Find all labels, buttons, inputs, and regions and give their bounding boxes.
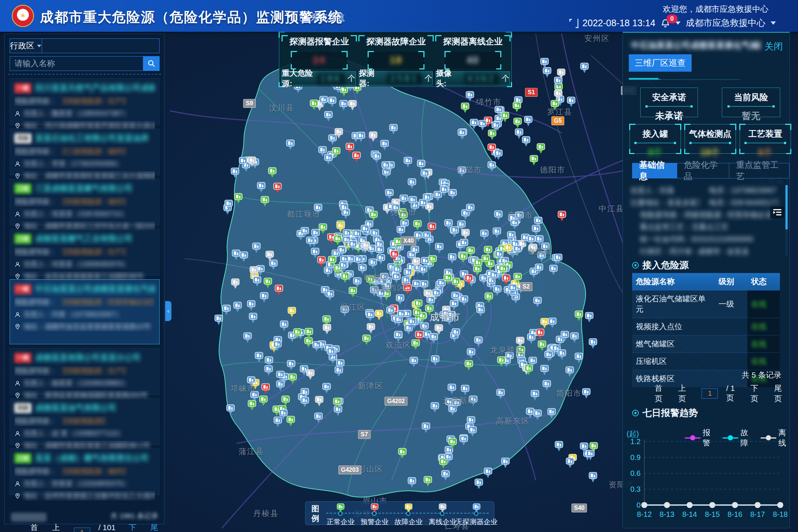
enterprise-map-pin[interactable] <box>413 220 422 232</box>
enterprise-map-pin[interactable] <box>248 156 256 169</box>
enterprise-map-pin[interactable] <box>324 111 333 123</box>
enterprise-map-pin[interactable] <box>231 278 240 291</box>
enterprise-map-pin[interactable] <box>260 196 269 208</box>
enterprise-map-pin[interactable] <box>336 359 345 372</box>
enterprise-map-pin[interactable] <box>269 259 278 272</box>
enterprise-map-pin[interactable] <box>494 106 503 118</box>
enterprise-map-pin[interactable] <box>328 134 337 147</box>
page-prev[interactable]: 上页 <box>678 383 694 404</box>
enterprise-map-pin[interactable] <box>451 328 460 341</box>
company-card[interactable]: 四级 某某石油化工有限公司某某油库 危险源等级：【三级危险源 - 储存】 负责人… <box>10 129 160 175</box>
enterprise-map-pin[interactable] <box>444 219 453 232</box>
enterprise-map-pin[interactable] <box>339 261 348 274</box>
enterprise-map-pin[interactable] <box>547 408 556 420</box>
enterprise-map-pin[interactable] <box>306 236 315 249</box>
enterprise-map-pin[interactable] <box>474 336 483 349</box>
enterprise-map-pin[interactable] <box>231 167 239 180</box>
enterprise-map-pin[interactable] <box>386 306 395 319</box>
system-nav-button[interactable]: 系统导航 <box>300 12 345 23</box>
enterprise-map-pin[interactable] <box>460 239 468 251</box>
enterprise-map-pin[interactable] <box>281 395 290 408</box>
page-number-input[interactable] <box>702 388 718 399</box>
enterprise-map-pin[interactable] <box>557 68 566 81</box>
enterprise-map-pin[interactable] <box>268 167 277 180</box>
enterprise-map-pin[interactable] <box>260 292 269 304</box>
search-button[interactable] <box>143 56 160 71</box>
page-size-select[interactable] <box>11 513 47 522</box>
enterprise-map-pin[interactable] <box>348 100 357 112</box>
enterprise-map-pin[interactable] <box>385 189 394 201</box>
enterprise-map-pin[interactable] <box>372 152 381 165</box>
company-card[interactable]: 一级 中石油某某公司成都某某液化气储配站 危险源等级：【四级危险源 - 经营存储… <box>10 279 160 344</box>
company-card[interactable]: 三级 某某（成都）燃气有限责任公司 危险源等级：【四级危险源 - 储存】 负责人… <box>10 449 160 495</box>
enterprise-map-pin[interactable] <box>319 96 328 108</box>
enterprise-map-pin[interactable] <box>526 407 535 420</box>
enterprise-map-pin[interactable] <box>557 211 566 223</box>
panel-flyout-button[interactable] <box>770 207 784 218</box>
enterprise-map-pin[interactable] <box>419 199 427 211</box>
enterprise-map-pin[interactable] <box>443 274 452 286</box>
enterprise-map-pin[interactable] <box>380 273 389 285</box>
enterprise-map-pin[interactable] <box>490 271 498 284</box>
page-first[interactable]: 首页 <box>655 383 670 404</box>
enterprise-map-pin[interactable] <box>409 357 418 369</box>
enterprise-map-pin[interactable] <box>464 274 473 287</box>
enterprise-map-pin[interactable] <box>513 245 522 258</box>
enterprise-map-pin[interactable] <box>481 255 490 267</box>
enterprise-map-pin[interactable] <box>466 204 475 216</box>
enterprise-map-pin[interactable] <box>451 277 460 290</box>
enterprise-map-pin[interactable] <box>361 241 370 254</box>
enterprise-map-pin[interactable] <box>376 289 385 302</box>
enterprise-map-pin[interactable] <box>399 194 408 207</box>
enterprise-map-pin[interactable] <box>315 396 324 408</box>
enterprise-map-pin[interactable] <box>420 169 429 182</box>
enterprise-map-pin[interactable] <box>273 183 282 195</box>
enterprise-map-pin[interactable] <box>447 383 456 396</box>
enterprise-map-pin[interactable] <box>357 132 365 144</box>
enterprise-map-pin[interactable] <box>566 457 574 470</box>
patrol-3d-button[interactable]: 三维厂区巡查 <box>629 54 692 72</box>
enterprise-map-pin[interactable] <box>448 438 457 450</box>
enterprise-map-pin[interactable] <box>496 389 505 401</box>
enterprise-map-pin[interactable] <box>516 337 525 349</box>
enterprise-map-pin[interactable] <box>248 400 256 412</box>
enterprise-map-pin[interactable] <box>491 121 500 134</box>
tab-inactive[interactable]: 重点监管工艺 <box>729 163 790 178</box>
enterprise-map-pin[interactable] <box>318 146 327 158</box>
district-value-input[interactable] <box>42 38 160 53</box>
enterprise-map-pin[interactable] <box>548 317 557 330</box>
enterprise-map-pin[interactable] <box>478 120 487 132</box>
enterprise-map-pin[interactable] <box>354 255 363 268</box>
enterprise-map-pin[interactable] <box>328 96 337 109</box>
enterprise-map-pin[interactable] <box>585 312 594 324</box>
enterprise-map-pin[interactable] <box>487 161 496 174</box>
enterprise-map-pin[interactable] <box>422 231 431 244</box>
enterprise-map-pin[interactable] <box>508 284 517 296</box>
enterprise-map-pin[interactable] <box>560 331 569 343</box>
enterprise-map-pin[interactable] <box>259 395 268 408</box>
enterprise-map-pin[interactable] <box>234 193 243 205</box>
enterprise-map-pin[interactable] <box>540 365 549 377</box>
enterprise-map-pin[interactable] <box>498 265 507 277</box>
enterprise-map-pin[interactable] <box>255 352 263 364</box>
enterprise-map-pin[interactable] <box>274 284 283 297</box>
enterprise-map-pin[interactable] <box>419 265 427 278</box>
enterprise-map-pin[interactable] <box>513 273 522 285</box>
enterprise-map-pin[interactable] <box>586 450 595 462</box>
enterprise-map-pin[interactable] <box>413 308 422 321</box>
enterprise-map-pin[interactable] <box>565 366 574 379</box>
enterprise-map-pin[interactable] <box>484 292 493 305</box>
enterprise-map-pin[interactable] <box>321 286 330 299</box>
enterprise-map-pin[interactable] <box>492 227 501 240</box>
enterprise-map-pin[interactable] <box>341 272 349 285</box>
enterprise-map-pin[interactable] <box>533 297 542 309</box>
enterprise-map-pin[interactable] <box>487 143 496 156</box>
enterprise-map-pin[interactable] <box>589 338 597 351</box>
enterprise-map-pin[interactable] <box>423 476 432 488</box>
enterprise-map-pin[interactable] <box>314 412 323 425</box>
enterprise-map-pin[interactable] <box>430 402 439 415</box>
page-next[interactable]: 下页 <box>129 522 142 532</box>
enterprise-map-pin[interactable] <box>440 185 449 198</box>
enterprise-map-pin[interactable] <box>501 457 510 470</box>
enterprise-map-pin[interactable] <box>529 243 538 256</box>
